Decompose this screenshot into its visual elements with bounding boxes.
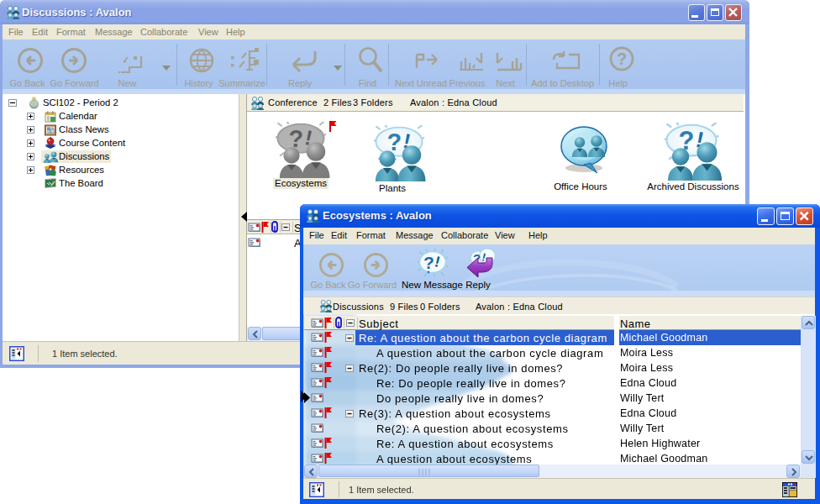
svg-text:?: ? bbox=[617, 50, 627, 68]
